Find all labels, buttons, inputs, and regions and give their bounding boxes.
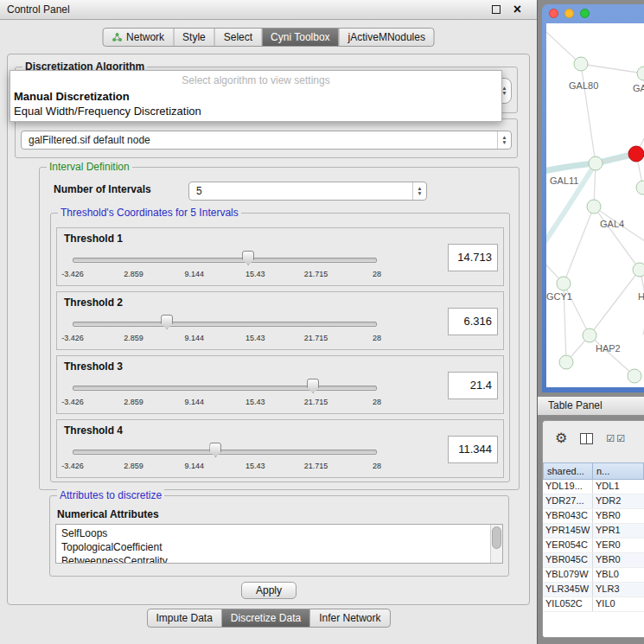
table-cell: YDR2: [593, 494, 644, 508]
tick-label: 28: [373, 270, 381, 278]
tab-label: Network: [126, 31, 164, 43]
tick-label: 2.859: [124, 334, 143, 342]
window-title: Control Panel: [7, 3, 70, 16]
tab-discretize-data[interactable]: Discretize Data: [222, 609, 310, 627]
top-tab-bar: Network Style Select Cyni Toolbox jActiv…: [102, 28, 435, 47]
combobox-value: galFiltered.sif default node: [22, 131, 497, 149]
threshold-label: Threshold 2: [64, 296, 123, 309]
network-node-selected[interactable]: [628, 146, 644, 162]
threshold-value-field[interactable]: 14.713: [448, 244, 498, 271]
tick-label: 21.715: [304, 398, 328, 406]
slider-track[interactable]: [73, 386, 377, 391]
table-header-row: shared... n...: [543, 462, 644, 480]
tab-network[interactable]: Network: [103, 29, 174, 46]
gear-icon[interactable]: ⚙: [555, 431, 567, 445]
dropdown-placeholder: Select algorithm to view settings: [10, 73, 501, 89]
threshold-slider[interactable]: -3.426 2.859 9.144 15.43 21.715 28: [73, 379, 377, 413]
slider-thumb[interactable]: [242, 251, 254, 265]
columns-icon[interactable]: [580, 433, 593, 444]
threshold-row-4: Threshold 4 -3.426 2.859 9.144 15.43 21.…: [56, 419, 504, 478]
threshold-value-field[interactable]: 21.4: [448, 372, 498, 399]
network-node[interactable]: [589, 156, 603, 170]
table-row[interactable]: YBR045C YBR0: [543, 553, 644, 568]
slider-track[interactable]: [73, 450, 377, 455]
threshold-slider[interactable]: -3.426 2.859 9.144 15.43 21.715 28: [73, 315, 377, 349]
slider-thumb[interactable]: [161, 315, 173, 329]
tab-impute-data[interactable]: Impute Data: [147, 609, 221, 627]
dropdown-option-equal-width[interactable]: Equal Width/Frequency Discretization: [10, 104, 501, 118]
tick-label: 28: [373, 462, 381, 470]
table-row[interactable]: YBL079W YBL0: [543, 568, 644, 583]
combobox-stepper[interactable]: ▲ ▼: [497, 131, 511, 149]
table-panel-window: ⚙ ☑ ☑ shared... n... YDL19... YDL1 YDR27…: [542, 420, 644, 638]
float-icon[interactable]: [492, 5, 501, 14]
network-node[interactable]: [583, 328, 596, 342]
slider-thumb[interactable]: [307, 379, 319, 393]
threshold-label: Threshold 1: [64, 233, 123, 245]
network-node[interactable]: [559, 355, 573, 369]
table-row[interactable]: YBR043C YBR0: [543, 509, 644, 524]
table-cell: YBR045C: [543, 553, 593, 567]
table-row[interactable]: YLR345W YLR3: [543, 583, 644, 597]
numerical-attributes-list[interactable]: SelfLoops TopologicalCoefficient Between…: [55, 524, 503, 564]
table-row[interactable]: YDL19... YDL1: [543, 480, 644, 494]
stepper-down-icon: ▼: [417, 191, 422, 196]
tab-style[interactable]: Style: [174, 29, 215, 46]
table-row[interactable]: YDR27... YDR2: [543, 494, 644, 509]
threshold-slider[interactable]: -3.426 2.859 9.144 15.43 21.715 28: [73, 443, 377, 477]
network-node[interactable]: [557, 277, 571, 290]
dropdown-option-manual-discretization[interactable]: Manual Discretization: [10, 89, 501, 104]
threshold-slider[interactable]: -3.426 2.859 9.144 15.43 21.715 28: [73, 251, 377, 285]
table-panel-title: Table Panel: [548, 399, 603, 411]
list-item[interactable]: TopologicalCoefficient: [56, 540, 502, 554]
slider-track[interactable]: [73, 258, 377, 263]
threshold-value-field[interactable]: 6.316: [448, 308, 498, 335]
network-node[interactable]: [636, 181, 644, 194]
network-node[interactable]: [587, 200, 601, 214]
tab-cyni-toolbox[interactable]: Cyni Toolbox: [262, 29, 339, 46]
tick-label: 9.144: [185, 270, 205, 278]
table-row[interactable]: YIL052C YIL0: [543, 597, 644, 612]
node-label: GCY1: [546, 291, 572, 302]
thresholds-group: Threshold's Coordinates for 5 Intervals …: [50, 213, 510, 482]
table-data-combobox[interactable]: galFiltered.sif default node ▲ ▼: [21, 131, 512, 150]
minimize-traffic-light-icon[interactable]: [564, 9, 574, 18]
tab-select[interactable]: Select: [215, 29, 262, 46]
close-traffic-light-icon[interactable]: [549, 9, 558, 18]
group-title: Threshold's Coordinates for 5 Intervals: [58, 207, 241, 219]
tab-jactivemnodules[interactable]: jActiveMNodules: [340, 29, 434, 46]
screen: Control Panel × Network Style Select Cyn…: [0, 0, 644, 644]
network-node[interactable]: [637, 67, 644, 80]
network-canvas[interactable]: GAL80 GA GAL11 GAL4 GCY1 HAP2 H: [546, 23, 644, 387]
list-item[interactable]: BetweennessCentrality: [56, 554, 502, 564]
column-header[interactable]: shared...: [543, 462, 593, 480]
zoom-traffic-light-icon[interactable]: [580, 9, 590, 18]
apply-button[interactable]: Apply: [241, 582, 296, 599]
control-panel-titlebar: Control Panel ×: [0, 0, 537, 20]
column-header[interactable]: n...: [593, 462, 644, 480]
list-item[interactable]: SelfLoops: [56, 525, 502, 540]
network-node[interactable]: [574, 57, 588, 71]
tab-label: jActiveMNodules: [348, 31, 425, 43]
list-scrollbar[interactable]: [490, 525, 502, 563]
network-icon: [112, 32, 122, 42]
combobox-stepper[interactable]: ▲ ▼: [412, 182, 426, 200]
combobox-value: 5: [189, 182, 412, 200]
scrollbar-thumb[interactable]: [492, 526, 501, 549]
threshold-row-3: Threshold 3 -3.426 2.859 9.144 15.43 21.…: [56, 355, 504, 414]
network-node[interactable]: [628, 369, 641, 383]
slider-track[interactable]: [73, 322, 377, 327]
close-icon[interactable]: ×: [513, 0, 521, 19]
interval-definition-group: Interval Definition Number of Intervals …: [39, 167, 520, 490]
table-cell: YLR345W: [543, 583, 593, 596]
threshold-row-1: Threshold 1 -3.426 2.859 9.144 15.43 21.…: [56, 227, 504, 286]
tab-infer-network[interactable]: Infer Network: [310, 609, 389, 627]
number-of-intervals-combobox[interactable]: 5 ▲ ▼: [188, 182, 427, 201]
network-node[interactable]: [633, 263, 644, 277]
threshold-value-field[interactable]: 11.344: [448, 436, 498, 463]
stepper-down-icon: ▼: [501, 140, 507, 145]
table-row[interactable]: YER054C YER0: [543, 539, 644, 553]
select-rows-icon[interactable]: ☑ ☑: [606, 433, 625, 443]
slider-thumb[interactable]: [209, 443, 221, 457]
table-row[interactable]: YPR145W YPR1: [543, 524, 644, 539]
